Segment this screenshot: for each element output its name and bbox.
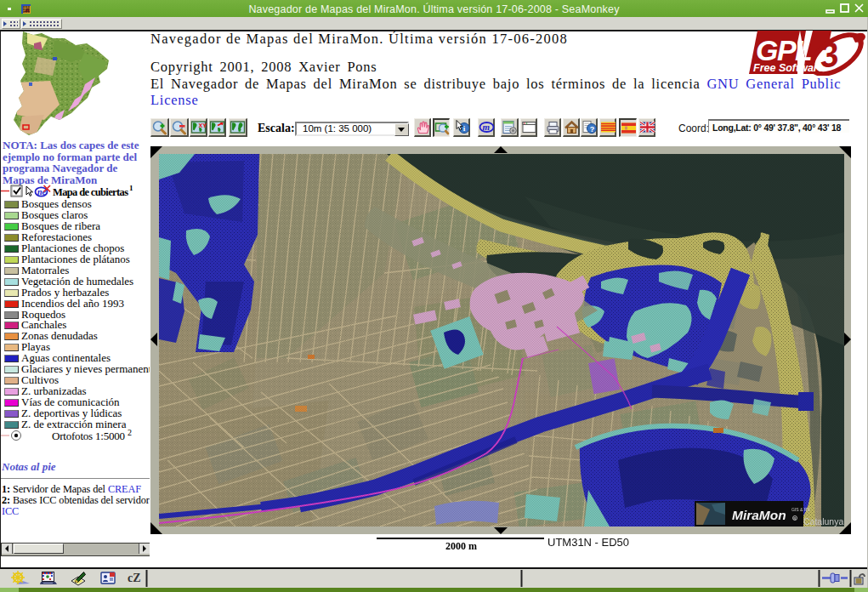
- svg-text:?: ?: [590, 125, 595, 134]
- svg-text:1: 1: [129, 185, 133, 192]
- svg-text:ne: ne: [37, 187, 47, 196]
- svg-text:m: m: [483, 122, 491, 132]
- svg-text:XY: XY: [199, 122, 207, 128]
- svg-text:Mapa de cubiertas: Mapa de cubiertas: [53, 186, 128, 198]
- svg-text:Ortofotos 1:5000: Ortofotos 1:5000: [52, 430, 125, 442]
- svg-text:cZ: cZ: [128, 572, 141, 584]
- svg-text:Free Software: Free Software: [753, 62, 824, 74]
- svg-text:2: 2: [128, 430, 132, 437]
